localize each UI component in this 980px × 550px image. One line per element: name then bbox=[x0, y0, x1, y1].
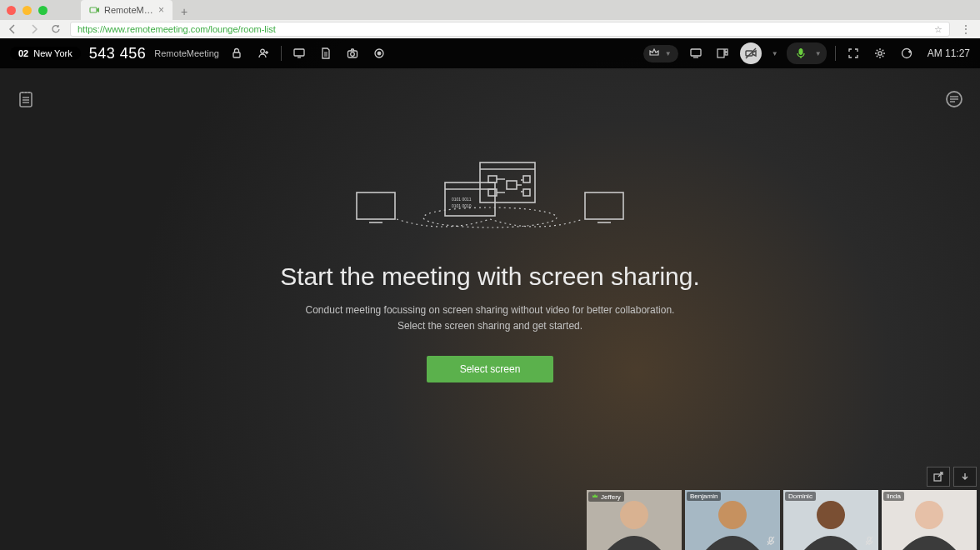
svg-rect-27 bbox=[507, 181, 517, 189]
participant-name-label: linda bbox=[883, 492, 904, 501]
participant-thumbnail[interactable]: Benjamin bbox=[685, 490, 780, 550]
browser-forward-icon[interactable] bbox=[27, 23, 42, 35]
browser-toolbar: https://www.remotemeeting.com/lounge/roo… bbox=[0, 20, 980, 38]
participant-strip: JefferyBenjaminDominiclinda bbox=[587, 490, 980, 550]
svg-point-40 bbox=[915, 501, 943, 529]
browser-back-icon[interactable] bbox=[5, 23, 20, 35]
svg-text:0101 0010: 0101 0010 bbox=[452, 203, 472, 208]
svg-rect-29 bbox=[523, 189, 530, 196]
screen-share-illustration: 0101 0011 0101 0010 bbox=[340, 156, 640, 248]
svg-rect-0 bbox=[90, 8, 97, 12]
participant-thumbnail[interactable]: Jeffery bbox=[587, 490, 682, 550]
muted-mic-icon bbox=[765, 535, 777, 547]
participant-thumbnail[interactable]: Dominic bbox=[783, 490, 878, 550]
svg-text:0101 0011: 0101 0011 bbox=[452, 197, 472, 202]
participant-thumbnail[interactable]: linda bbox=[882, 490, 977, 550]
empty-state-desc-line1: Conduct meeting focussing on screen shar… bbox=[306, 302, 675, 318]
participant-name-label: Dominic bbox=[785, 492, 816, 501]
tab-favicon-icon bbox=[89, 5, 99, 15]
select-screen-button[interactable]: Select screen bbox=[427, 356, 554, 382]
empty-state-heading: Start the meeting with screen sharing. bbox=[280, 262, 700, 291]
close-window-icon[interactable] bbox=[7, 6, 16, 15]
browser-chrome: RemoteMeeting × + https://www.remotemeet… bbox=[0, 0, 980, 38]
svg-rect-18 bbox=[357, 192, 395, 219]
muted-mic-icon bbox=[863, 535, 875, 547]
svg-point-20 bbox=[423, 208, 557, 228]
browser-tab[interactable]: RemoteMeeting × bbox=[81, 0, 172, 20]
svg-point-34 bbox=[718, 501, 747, 529]
browser-tabbar: RemoteMeeting × + bbox=[0, 0, 980, 20]
host-crown-icon bbox=[592, 492, 598, 501]
address-bar[interactable]: https://www.remotemeeting.com/lounge/roo… bbox=[70, 22, 950, 37]
svg-rect-28 bbox=[523, 176, 530, 182]
browser-menu-icon[interactable]: ⋮ bbox=[957, 22, 975, 36]
bookmark-star-icon[interactable]: ☆ bbox=[934, 24, 942, 35]
window-controls[interactable] bbox=[7, 0, 48, 20]
popout-icon[interactable] bbox=[927, 467, 950, 487]
tab-title: RemoteMeeting bbox=[104, 5, 153, 15]
participant-name-label: Benjamin bbox=[687, 492, 721, 501]
new-tab-button[interactable]: + bbox=[176, 3, 192, 20]
main-empty-state: 0101 0011 0101 0010 Start the meeting wi… bbox=[0, 38, 980, 550]
participant-strip-controls bbox=[927, 467, 977, 487]
app-viewport: 02 New York 543 456 RemoteMeeting ▼ ▼ ▼ … bbox=[0, 38, 980, 550]
svg-point-32 bbox=[620, 501, 648, 529]
browser-reload-icon[interactable] bbox=[48, 23, 63, 35]
svg-point-37 bbox=[817, 501, 845, 529]
svg-rect-25 bbox=[488, 176, 497, 182]
minimize-window-icon[interactable] bbox=[22, 6, 32, 15]
empty-state-desc-line2: Select the screen sharing and get starte… bbox=[398, 318, 582, 334]
url-text: https://www.remotemeeting.com/lounge/roo… bbox=[78, 24, 276, 34]
participant-name-label: Jeffery bbox=[588, 492, 624, 502]
maximize-window-icon[interactable] bbox=[38, 6, 48, 15]
collapse-down-icon[interactable] bbox=[953, 467, 977, 487]
tab-close-icon[interactable]: × bbox=[158, 4, 164, 16]
svg-rect-19 bbox=[585, 192, 623, 219]
